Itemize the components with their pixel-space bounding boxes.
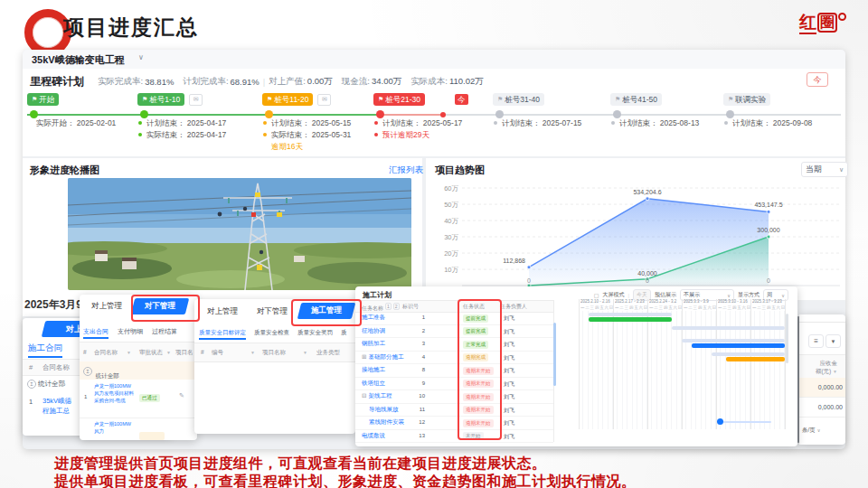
display-mode-select[interactable]: 周∨ — [763, 289, 788, 301]
task-name-link[interactable]: 电缆敷设 — [362, 432, 385, 440]
sort-1[interactable]: 1 — [385, 303, 392, 310]
subtab-construction-contract[interactable]: 施工合同 — [28, 343, 62, 358]
task-row[interactable]: 导地线展放11逾期未开始刘飞 — [355, 403, 553, 418]
task-name-link[interactable]: 铁塔组立 — [362, 380, 385, 388]
task-row[interactable]: ⊞基础部分施工4逾期完成刘飞 — [355, 351, 553, 365]
filter-button[interactable]: ▼ — [826, 334, 841, 348]
trend-chart-area: 60万50万40万30万20万10万112,868534,204.6453,14… — [435, 177, 842, 298]
gantt-day-letters: 一二三四五六日 — [684, 305, 717, 311]
filter-icon: ▼ — [833, 369, 837, 374]
fullscreen-checkbox-icon[interactable]: ▢ — [594, 292, 599, 298]
pager-select[interactable]: 条/页 ∨ — [802, 427, 820, 435]
task-name-link[interactable]: 接地施工 — [362, 366, 385, 374]
task-owner: 刘飞 — [504, 433, 514, 441]
task-row[interactable]: 紧线附件安装12逾期未开始刘飞 — [355, 416, 553, 430]
milestone-badge-桩号11-20[interactable]: ⚑桩号11-20 — [262, 93, 313, 106]
task-row[interactable]: 铁塔组立9逾期未开始刘飞 — [355, 377, 553, 391]
contract-link[interactable]: 35kV峨德 程施工总 — [42, 396, 71, 416]
task-row[interactable]: 施工准备1提前完成刘飞 — [355, 311, 553, 325]
filter-icon[interactable]: ▼ — [250, 350, 255, 355]
milestone-badge-桩号1-10[interactable]: ⚑桩号1-10 — [137, 93, 184, 106]
subtab-expense-contract[interactable]: 支出合同 — [83, 327, 108, 339]
expand-icon[interactable]: ⊟ — [362, 392, 366, 399]
mail-icon[interactable]: ✉ — [189, 94, 203, 106]
task-name-link[interactable]: 导地线展放 — [369, 406, 399, 414]
slider-handle[interactable] — [717, 418, 723, 425]
task-row[interactable]: 钢筋加工3正常完成刘飞 — [355, 337, 553, 352]
tab-duixia-c[interactable]: 对下管理 — [249, 304, 296, 319]
milestone-badge-开始[interactable]: ⚑开始 — [27, 93, 59, 106]
gantt-bar-blue[interactable] — [692, 343, 785, 348]
fullscreen-label[interactable]: 大屏模式 — [602, 291, 624, 299]
expand-icon[interactable]: ⊞ — [362, 353, 366, 360]
milestone-badge-桩号31-40[interactable]: ⚑桩号31-40 — [493, 93, 544, 106]
annotation-duixia-tab — [131, 295, 200, 322]
today-button[interactable]: 今 — [807, 72, 828, 87]
task-row[interactable]: ⊟架线工程10逾期未开始刘飞 — [355, 389, 553, 404]
milestone-badge-桩号41-50[interactable]: ⚑桩号41-50 — [610, 93, 662, 106]
stat-label: 对上产值: — [269, 76, 306, 88]
task-name-link[interactable]: ⊟架线工程 — [362, 392, 392, 400]
report-list-link[interactable]: 汇报列表 — [389, 164, 423, 176]
chevron-down-icon[interactable]: ∨ — [138, 53, 144, 61]
tab-duishang-c[interactable]: 对上管理 — [199, 304, 246, 319]
task-rows: 施工准备1提前完成刘飞征地协调2提前完成刘飞钢筋加工3正常完成刘飞⊞基础部分施工… — [355, 311, 553, 442]
filter-icon[interactable]: ▼ — [127, 350, 131, 355]
subtab-quality-more[interactable]: 质 — [341, 329, 347, 340]
task-row[interactable]: 接地施工8逾期未开始刘飞 — [355, 363, 553, 378]
milestone-badge-联调实验[interactable]: ⚑联调实验 — [723, 93, 770, 106]
stat-divider: | — [263, 77, 265, 87]
gantt-today-button[interactable]: 今天 — [633, 289, 651, 301]
line-dot — [263, 133, 267, 136]
contract-link[interactable]: 卢龙一期100MW风力 — [94, 420, 136, 435]
table-header: # 合同名称 ▼ 审批状态 ▼ 项目名 — [80, 342, 197, 363]
flag-icon: ⚑ — [267, 95, 272, 104]
carousel-caption-date: 2025年3月9 — [24, 297, 82, 313]
flag-icon: ⚑ — [142, 95, 147, 104]
gantt-bar-plan[interactable] — [589, 313, 672, 316]
task-row[interactable]: 征地协调2提前完成刘飞 — [355, 324, 553, 339]
task-name-link[interactable]: 征地协调 — [362, 327, 385, 335]
list-view-button[interactable]: ≡ — [808, 334, 824, 348]
col-task-owner: 任务负责人 — [500, 303, 527, 311]
flag-icon: ⚑ — [615, 95, 620, 104]
stat-value: 34.00万 — [372, 76, 401, 88]
project-name[interactable]: 35kV峨德输变电工程 — [32, 53, 125, 67]
carousel-title: 形象进度轮播图 — [30, 164, 99, 177]
tab-duishang-b[interactable]: 对上管理 — [83, 298, 130, 314]
subtab-quality-check[interactable]: 质量安全检查 — [254, 329, 289, 340]
subtab-payment-detail[interactable]: 支付明细 — [118, 327, 143, 339]
gantt-bar-plan[interactable] — [712, 352, 785, 356]
task-id: 11 — [396, 407, 425, 412]
period-select[interactable]: 当期 ∨ — [801, 162, 848, 177]
subtab-quality-reward[interactable]: 质量安全奖罚 — [297, 329, 333, 340]
sort-2[interactable]: 2 — [393, 303, 400, 310]
gantt-bar-green[interactable] — [589, 317, 672, 322]
gantt-bar-orange[interactable] — [726, 357, 785, 361]
progress-photo[interactable] — [68, 178, 411, 290]
gantt-scrollbar[interactable] — [786, 314, 788, 363]
footer-line-2: 提供单项目进度看板，可查看里程碑计划、形象进度、资金趋势图和施工计划执行情况。 — [54, 472, 637, 488]
contract-link[interactable]: 卢龙一期100MW风力发电项目材料采购合同-电缆 — [94, 382, 136, 404]
svg-text:60万: 60万 — [444, 184, 458, 192]
filter-icon[interactable]: ▼ — [303, 350, 307, 355]
task-row[interactable]: 电缆敷设13未开始刘飞 — [355, 429, 553, 444]
task-name-link[interactable]: 施工准备 — [362, 314, 385, 322]
project-selector-bar[interactable]: 35kV峨德输变电工程 ∨ — [23, 50, 845, 70]
estimate-select[interactable]: 不展示∨ — [680, 289, 734, 301]
milestone-badge-桩号21-30[interactable]: ⚑桩号21-30 — [373, 93, 425, 106]
gantt-bar-plan[interactable] — [682, 339, 785, 343]
subtab-process-settlement[interactable]: 过程结算 — [152, 327, 177, 339]
subtab-quality-target[interactable]: 质量安全目标评定 — [199, 329, 246, 340]
slider-track[interactable] — [722, 421, 771, 423]
table-scrollbar[interactable] — [553, 323, 556, 386]
gantt-grid — [579, 311, 785, 429]
filter-icon[interactable]: ▼ — [166, 350, 171, 355]
gantt-zoom-slider[interactable] — [717, 418, 773, 426]
mail-icon[interactable]: ✉ — [317, 94, 331, 106]
today-marker: 今 — [455, 94, 468, 105]
brand-char-1: 红 — [799, 13, 816, 34]
task-name-link[interactable]: 钢筋加工 — [362, 340, 385, 348]
line-dot — [263, 121, 267, 125]
gantt-bar-plan[interactable] — [672, 326, 785, 330]
